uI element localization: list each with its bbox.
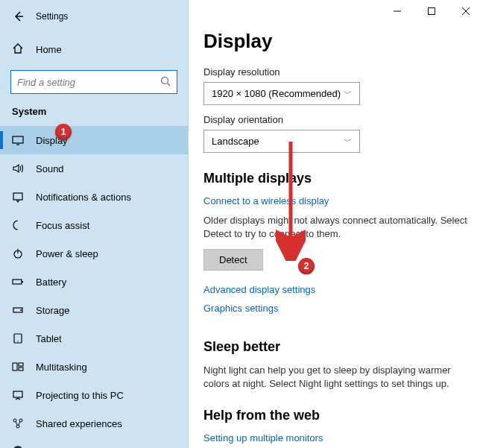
svg-rect-12 bbox=[13, 280, 22, 284]
sidebar-item-label: Focus assist bbox=[36, 220, 89, 231]
battery-icon bbox=[12, 276, 30, 288]
svg-rect-1 bbox=[429, 8, 435, 15]
help-link-multiple-monitors[interactable]: Setting up multiple monitors bbox=[203, 432, 468, 444]
sleep-better-heading: Sleep better bbox=[203, 339, 468, 355]
power-icon bbox=[12, 247, 30, 259]
resolution-dropdown[interactable]: 1920 × 1080 (Recommended) ﹀ bbox=[203, 82, 360, 105]
older-displays-text: Older displays might not always connect … bbox=[203, 214, 468, 240]
multiple-displays-heading: Multiple displays bbox=[203, 171, 468, 186]
svg-rect-13 bbox=[22, 281, 23, 283]
connect-wireless-link[interactable]: Connect to a wireless display bbox=[203, 195, 468, 206]
annotation-badge-1: 1 bbox=[55, 124, 72, 140]
sound-icon bbox=[12, 163, 30, 174]
notifications-icon bbox=[12, 191, 30, 203]
sidebar-item-projecting[interactable]: Projecting to this PC bbox=[0, 381, 188, 409]
search-icon bbox=[160, 76, 171, 89]
sidebar-item-label: Storage bbox=[36, 305, 70, 316]
sidebar-item-label: Battery bbox=[36, 277, 66, 288]
svg-rect-21 bbox=[13, 391, 22, 397]
sidebar: Settings Home System Display Sound Notif… bbox=[0, 0, 189, 448]
sidebar-item-sound[interactable]: Sound bbox=[0, 154, 188, 183]
window-title: Settings bbox=[36, 11, 68, 22]
svg-rect-7 bbox=[13, 136, 23, 143]
sidebar-item-tablet[interactable]: Tablet bbox=[0, 324, 188, 353]
sidebar-item-multitasking[interactable]: Multitasking bbox=[0, 353, 188, 381]
sidebar-item-label: Sound bbox=[36, 163, 64, 174]
svg-point-15 bbox=[20, 309, 22, 311]
svg-point-24 bbox=[16, 425, 19, 428]
chevron-down-icon: ﹀ bbox=[344, 136, 352, 147]
sidebar-item-battery[interactable]: Battery bbox=[0, 268, 188, 296]
sidebar-item-display[interactable]: Display bbox=[0, 126, 188, 154]
back-button[interactable] bbox=[7, 10, 30, 22]
tablet-icon bbox=[12, 332, 30, 344]
projecting-icon bbox=[12, 389, 30, 401]
maximize-button[interactable] bbox=[414, 0, 449, 22]
orientation-dropdown[interactable]: Landscape ﹀ bbox=[203, 130, 360, 153]
page-title: Display bbox=[203, 30, 468, 53]
svg-rect-19 bbox=[19, 363, 23, 366]
home-icon bbox=[12, 42, 30, 57]
sidebar-item-notifications[interactable]: Notifications & actions bbox=[0, 183, 188, 211]
sidebar-item-power-sleep[interactable]: Power & sleep bbox=[0, 239, 188, 268]
sidebar-item-storage[interactable]: Storage bbox=[0, 296, 188, 324]
annotation-badge-2: 2 bbox=[298, 258, 315, 274]
shared-experiences-icon bbox=[12, 417, 30, 429]
orientation-label: Display orientation bbox=[203, 114, 468, 125]
resolution-value: 1920 × 1080 (Recommended) bbox=[212, 88, 341, 99]
multitasking-icon bbox=[12, 361, 30, 373]
svg-point-5 bbox=[162, 77, 168, 83]
home-label: Home bbox=[36, 44, 62, 55]
focus-assist-icon bbox=[12, 219, 30, 231]
svg-rect-9 bbox=[13, 193, 22, 200]
orientation-value: Landscape bbox=[212, 136, 259, 147]
sidebar-item-clipboard[interactable]: Clipboard bbox=[0, 438, 188, 448]
svg-point-17 bbox=[17, 341, 18, 341]
sidebar-item-label: Notifications & actions bbox=[36, 192, 131, 203]
advanced-display-settings-link[interactable]: Advanced display settings bbox=[203, 284, 468, 295]
minimize-button[interactable] bbox=[380, 0, 414, 22]
sidebar-item-focus-assist[interactable]: Focus assist bbox=[0, 211, 188, 239]
storage-icon bbox=[12, 304, 30, 316]
sidebar-item-shared-experiences[interactable]: Shared experiences bbox=[0, 409, 188, 438]
help-from-web-heading: Help from the web bbox=[203, 408, 468, 423]
home-nav[interactable]: Home bbox=[0, 36, 188, 63]
close-button[interactable] bbox=[449, 0, 483, 22]
search-field[interactable] bbox=[17, 77, 160, 88]
sidebar-item-label: Tablet bbox=[36, 333, 62, 344]
detect-button[interactable]: Detect bbox=[203, 249, 263, 271]
resolution-label: Display resolution bbox=[203, 66, 468, 78]
sidebar-item-label: Shared experiences bbox=[36, 418, 122, 429]
svg-rect-18 bbox=[13, 363, 17, 370]
svg-rect-20 bbox=[19, 367, 23, 370]
category-label: System bbox=[0, 106, 188, 117]
display-icon bbox=[12, 134, 30, 146]
sidebar-item-label: Projecting to this PC bbox=[36, 390, 124, 401]
search-input[interactable] bbox=[10, 70, 177, 94]
svg-line-6 bbox=[168, 83, 171, 86]
sidebar-item-label: Multitasking bbox=[36, 362, 87, 373]
sleep-better-text: Night light can help you get to sleep by… bbox=[203, 364, 468, 390]
content-area: Display Display resolution 1920 × 1080 (… bbox=[189, 0, 483, 448]
graphics-settings-link[interactable]: Graphics settings bbox=[203, 303, 468, 314]
sidebar-item-label: Power & sleep bbox=[36, 248, 98, 259]
chevron-down-icon: ﹀ bbox=[344, 88, 352, 99]
